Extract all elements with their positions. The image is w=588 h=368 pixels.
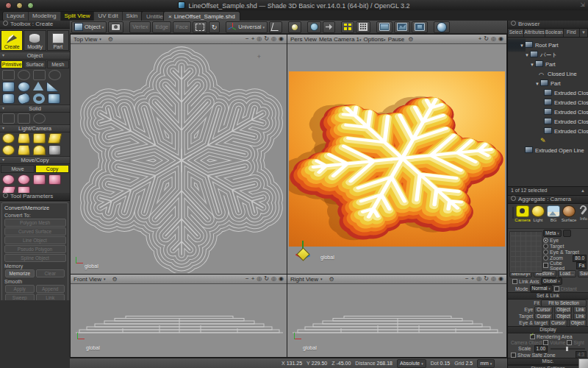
- gear-icon[interactable]: ⚙: [108, 36, 113, 43]
- zoom-in-icon[interactable]: +: [251, 35, 255, 43]
- part-mode-button[interactable]: Part: [47, 30, 69, 51]
- orbit-icon[interactable]: ↻: [484, 35, 489, 43]
- pers-view-canvas[interactable]: global: [288, 44, 506, 273]
- tab-layout[interactable]: Layout: [3, 12, 29, 21]
- zoom-out-icon[interactable]: −: [245, 275, 249, 283]
- show-safe-zone-checkbox[interactable]: [511, 353, 516, 358]
- aggregate-tab-info[interactable]: Info: [578, 205, 588, 221]
- zoom-in-icon[interactable]: +: [478, 35, 482, 43]
- load-button[interactable]: Load...: [558, 270, 576, 277]
- expand-arrow-icon[interactable]: ▼: [525, 53, 529, 57]
- convert-curved-surface-button[interactable]: Curved Surface: [4, 227, 66, 236]
- mesh-tab[interactable]: Mesh: [47, 60, 69, 68]
- zoom-out-icon[interactable]: −: [245, 35, 249, 43]
- coordinate-space-label[interactable]: global: [86, 345, 100, 350]
- tab-modeling[interactable]: Modeling: [29, 12, 60, 21]
- tree-item-extruded-closed[interactable]: Extruded Closed: [518, 117, 588, 127]
- camera-object-icon[interactable]: [49, 145, 61, 155]
- area-light-icon[interactable]: [48, 133, 62, 144]
- primitive-tab[interactable]: Primitive: [1, 60, 23, 68]
- tree-item-part-jp[interactable]: ▼パート: [518, 50, 588, 60]
- object-mode-button[interactable]: Object▾: [71, 21, 107, 33]
- save-button[interactable]: Save...: [578, 270, 588, 277]
- tree-item-extruded-closed[interactable]: Extruded Closed: [518, 107, 588, 117]
- viewport-right[interactable]: Right View▾ ⚙ −+◎ ↻◎◉: [287, 274, 507, 358]
- translate-tool-icon[interactable]: [2, 174, 15, 185]
- browser-tab-select[interactable]: Select: [508, 29, 524, 37]
- zoom-radio[interactable]: [543, 255, 548, 261]
- solid-subtract-icon[interactable]: [18, 113, 30, 124]
- mode-dropdown[interactable]: Normal ▾: [530, 285, 553, 292]
- link-axis-dropdown[interactable]: Global ▾: [541, 277, 562, 285]
- solid-union-icon[interactable]: [2, 113, 15, 124]
- aggregate-tab-light[interactable]: Light: [531, 205, 545, 222]
- wedge-tool-icon[interactable]: [46, 82, 59, 92]
- viewport-pers[interactable]: Pers View Meta Camera 1▾ Options▾ Pause …: [287, 34, 507, 275]
- rendering-area-checkbox[interactable]: [530, 334, 535, 339]
- rounded-cube-tool-icon[interactable]: [2, 82, 15, 92]
- zoom-in-icon[interactable]: +: [251, 275, 255, 283]
- window-resize-grip[interactable]: [578, 358, 588, 368]
- share-button[interactable]: [323, 21, 335, 33]
- edge-mode-button[interactable]: Edge: [152, 21, 171, 33]
- ambient-light-icon[interactable]: [18, 145, 30, 155]
- solid-section-header[interactable]: Solid: [0, 105, 70, 113]
- arc-tool-icon[interactable]: [18, 70, 30, 80]
- viewport-top[interactable]: Top View▾ ⚙ −+◎ ↻◎◉: [70, 34, 287, 275]
- dome-light-icon[interactable]: [33, 145, 46, 155]
- panel-collapse-icon[interactable]: [511, 21, 516, 26]
- tree-item-extruded-closed[interactable]: Extruded Closed: [518, 88, 588, 98]
- sight-checkbox[interactable]: [567, 340, 572, 345]
- tree-item-part[interactable]: ▼Part: [518, 79, 588, 88]
- partial-tab-icon[interactable]: [512, 207, 514, 219]
- top-view-canvas[interactable]: + global: [71, 44, 286, 273]
- right-view-canvas[interactable]: global: [288, 284, 506, 356]
- distant-light-icon[interactable]: [33, 133, 46, 144]
- tab-skin[interactable]: Skin: [123, 12, 143, 21]
- skeleton-tool-button[interactable]: [269, 21, 282, 33]
- aggregate-tab-bg[interactable]: BG: [547, 205, 560, 222]
- environment-button[interactable]: [307, 21, 321, 33]
- tree-item-part[interactable]: ▼Part: [518, 60, 588, 69]
- cylinder-tool-icon[interactable]: [2, 93, 15, 104]
- light-tool-button[interactable]: [288, 21, 301, 33]
- browser-tab-find[interactable]: Find: [564, 29, 580, 37]
- fullscreen-icon[interactable]: ⇲: [580, 1, 585, 8]
- cube-speed-field[interactable]: Fa: [576, 262, 587, 269]
- aggregate-tab-surface[interactable]: Surface: [562, 205, 576, 222]
- smooth-append-button[interactable]: Append: [36, 285, 65, 293]
- meta-dropdown[interactable]: Meta ▾: [543, 230, 562, 237]
- universal-manipulator-button[interactable]: Universal▾: [226, 21, 268, 33]
- smooth-apply-button[interactable]: Apply: [5, 285, 35, 293]
- convert-spline-object-button[interactable]: Spline Object: [4, 254, 66, 262]
- eye-target-cursor-button[interactable]: Cursor: [549, 319, 567, 327]
- face-mode-button[interactable]: Face: [173, 21, 191, 33]
- sphere-tool-icon[interactable]: [18, 82, 30, 92]
- camera-mode-button[interactable]: [108, 21, 123, 33]
- pers-view-header[interactable]: Pers View Meta Camera 1▾ Options▾ Pause …: [287, 35, 506, 44]
- pie-tool-icon[interactable]: [2, 70, 15, 80]
- orbit-icon[interactable]: ↻: [264, 275, 269, 283]
- tree-item-closed-line[interactable]: ◠Closed Line: [518, 69, 588, 79]
- camera-trackpad[interactable]: [509, 231, 542, 273]
- cube-speed-checkbox[interactable]: [543, 263, 548, 268]
- rect-tool-icon[interactable]: [33, 70, 46, 80]
- browser-tab-attributes[interactable]: Attributes: [524, 29, 545, 37]
- zoom-tool-icon[interactable]: ◎: [491, 275, 496, 283]
- stereo-settings-section-header[interactable]: Stereo Settings: [508, 365, 588, 368]
- zoom-tool-icon[interactable]: ◎: [271, 275, 276, 283]
- pers-options-menu[interactable]: Options▾: [364, 36, 386, 43]
- magnifier-icon[interactable]: ◎: [476, 275, 481, 283]
- distant-checkbox[interactable]: [554, 286, 559, 291]
- display-texture-button[interactable]: [412, 21, 428, 33]
- memorize-button[interactable]: Memorize: [5, 269, 35, 277]
- top-view-header[interactable]: Top View▾ ⚙ −+◎ ↻◎◉: [71, 35, 287, 44]
- solid-intersect-icon[interactable]: [33, 113, 46, 124]
- panel-collapse-icon[interactable]: [3, 193, 8, 198]
- gear-icon[interactable]: ⚙: [329, 276, 334, 283]
- viewport-front[interactable]: Front View▾ ⚙ −+◎ ↻◎◉: [70, 274, 287, 358]
- zoom-out-icon[interactable]: −: [465, 275, 469, 283]
- safe-zone-ratio-field[interactable]: 4:3: [576, 351, 587, 358]
- coordinate-mode-dropdown[interactable]: Absolute ▾: [397, 359, 426, 368]
- orbit-icon[interactable]: ↻: [484, 275, 489, 283]
